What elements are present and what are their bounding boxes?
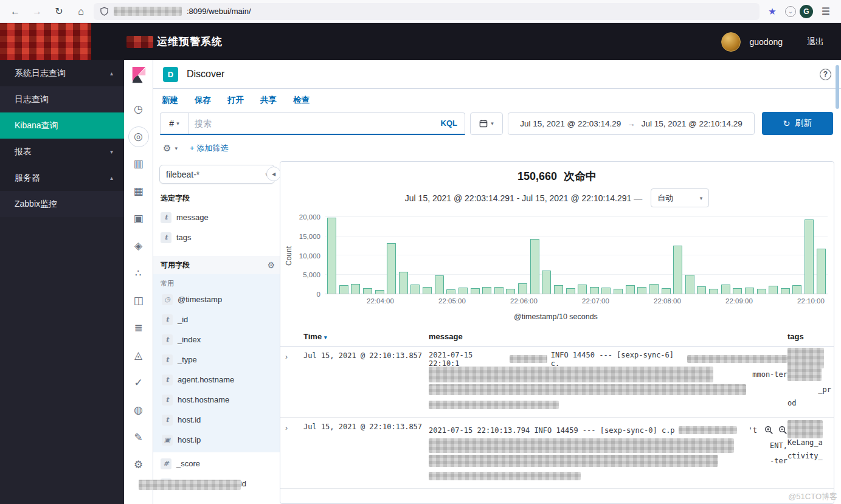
menu-link-2[interactable]: 打开 bbox=[227, 95, 244, 106]
profile-avatar[interactable]: G bbox=[800, 5, 813, 18]
refresh-button[interactable]: ↻ 刷新 bbox=[762, 112, 833, 135]
histogram-bar[interactable] bbox=[590, 287, 599, 294]
histogram-bar[interactable] bbox=[351, 284, 360, 294]
histogram-bar[interactable] bbox=[530, 239, 539, 294]
histogram-bar[interactable] bbox=[423, 287, 432, 294]
histogram-bar[interactable] bbox=[339, 285, 348, 294]
bookmark-star-icon[interactable]: ★ bbox=[763, 3, 781, 20]
interval-select[interactable]: 自动 ▾ bbox=[651, 188, 709, 207]
histogram-bar[interactable] bbox=[614, 289, 623, 294]
index-pattern-select[interactable]: filebeat-* ▾ bbox=[159, 165, 275, 184]
apm-icon[interactable]: ◬ bbox=[128, 342, 149, 369]
histogram-bar[interactable] bbox=[649, 284, 659, 294]
pocket-icon[interactable]: ⌄ bbox=[785, 6, 796, 17]
search-input[interactable] bbox=[189, 119, 434, 128]
histogram-bar[interactable] bbox=[459, 288, 468, 294]
dev-tools-icon[interactable]: ✎ bbox=[128, 424, 149, 451]
tracking-shield-icon[interactable] bbox=[100, 7, 109, 16]
logout-button[interactable]: 退出 bbox=[807, 36, 824, 47]
field-item-_type[interactable]: t_type bbox=[161, 350, 275, 370]
hamburger-menu-icon[interactable]: ☰ bbox=[817, 3, 835, 20]
histogram-bar[interactable] bbox=[637, 287, 646, 294]
kql-toggle[interactable]: KQL bbox=[434, 119, 465, 128]
column-time[interactable]: Time▾ bbox=[303, 332, 429, 341]
histogram-bar[interactable] bbox=[697, 286, 706, 294]
histogram-bar[interactable] bbox=[506, 289, 515, 294]
discover-icon[interactable]: ◎ bbox=[128, 123, 149, 150]
field-item-host.ip[interactable]: ▣host.ip bbox=[161, 430, 275, 450]
sort-desc-icon[interactable]: ▾ bbox=[324, 334, 327, 340]
histogram-bar[interactable] bbox=[757, 289, 766, 294]
field-item-_id[interactable]: t_id bbox=[161, 309, 275, 330]
histogram-bar[interactable] bbox=[566, 288, 575, 294]
sidebar-item-Kibana查询[interactable]: Kibana查询 bbox=[0, 112, 124, 139]
histogram-bar[interactable] bbox=[817, 249, 826, 294]
machine-learning-icon[interactable]: ∴ bbox=[128, 260, 149, 287]
histogram-bar[interactable] bbox=[709, 289, 718, 294]
siem-icon[interactable]: ◍ bbox=[128, 396, 149, 424]
field-item-host.hostname[interactable]: thost.hostname bbox=[161, 390, 275, 410]
home-icon[interactable]: ⌂ bbox=[72, 3, 90, 20]
histogram-bar[interactable] bbox=[805, 219, 814, 294]
histogram-bar[interactable] bbox=[769, 286, 778, 294]
histogram-bar[interactable] bbox=[554, 285, 563, 294]
saved-query-menu[interactable]: # ▾ bbox=[161, 113, 189, 134]
date-to[interactable]: Jul 15, 2021 @ 22:10:14.29 bbox=[642, 119, 742, 128]
recently-viewed-icon[interactable]: ◷ bbox=[128, 95, 149, 123]
histogram-bar[interactable] bbox=[327, 218, 336, 294]
expand-row-icon[interactable]: › bbox=[285, 423, 303, 483]
sidebar-item-系统日志查询[interactable]: 系统日志查询▴ bbox=[0, 60, 124, 86]
field-item-host.id[interactable]: thost.id bbox=[161, 410, 275, 430]
sidebar-item-Zabbix监控[interactable]: Zabbix监控 bbox=[0, 191, 124, 217]
sidebar-item-报表[interactable]: 报表▾ bbox=[0, 139, 124, 165]
field-item-message[interactable]: tmessage bbox=[159, 207, 275, 227]
histogram-bar[interactable] bbox=[733, 288, 742, 294]
reload-icon[interactable]: ↻ bbox=[50, 3, 68, 20]
histogram-bar[interactable] bbox=[601, 288, 611, 294]
column-tags[interactable]: tags bbox=[787, 332, 831, 341]
column-message[interactable]: message bbox=[429, 332, 787, 341]
field-item-_index[interactable]: t_index bbox=[161, 330, 275, 350]
collapse-panel-button[interactable]: ◀ bbox=[266, 167, 280, 181]
add-filter-link[interactable]: + 添加筛选 bbox=[190, 143, 228, 154]
field-item-@timestamp[interactable]: ◷@timestamp bbox=[161, 289, 275, 309]
histogram-bar[interactable] bbox=[471, 288, 480, 294]
menu-link-1[interactable]: 保存 bbox=[195, 95, 211, 106]
histogram-bar[interactable] bbox=[542, 271, 551, 294]
histogram-bar[interactable] bbox=[363, 288, 372, 294]
visualize-icon[interactable]: ▥ bbox=[128, 150, 149, 178]
histogram-bar[interactable] bbox=[446, 289, 455, 294]
histogram-bar[interactable] bbox=[578, 285, 587, 294]
histogram-bar[interactable] bbox=[494, 287, 504, 294]
histogram-bar[interactable] bbox=[662, 288, 671, 294]
histogram-bar[interactable] bbox=[518, 283, 527, 294]
menu-link-0[interactable]: 新建 bbox=[162, 95, 178, 106]
histogram-bar[interactable] bbox=[626, 285, 635, 294]
dashboard-icon[interactable]: ▦ bbox=[128, 178, 149, 205]
zoom-in-icon[interactable] bbox=[764, 426, 774, 435]
canvas-icon[interactable]: ▣ bbox=[128, 205, 149, 232]
field-item-agent.hostname[interactable]: tagent.hostname bbox=[161, 370, 275, 390]
username[interactable]: guodong bbox=[749, 37, 783, 47]
histogram-bar[interactable] bbox=[721, 285, 730, 294]
metrics-icon[interactable]: ◫ bbox=[128, 287, 149, 314]
logs-icon[interactable]: ≣ bbox=[128, 314, 149, 342]
histogram-bar[interactable] bbox=[745, 288, 754, 294]
date-picker-button[interactable]: ▾ bbox=[470, 112, 503, 135]
menu-link-3[interactable]: 共享 bbox=[260, 95, 277, 106]
url-bar[interactable]: :8099/webui/main/ bbox=[94, 3, 760, 20]
zoom-out-icon[interactable] bbox=[778, 426, 787, 435]
sidebar-item-服务器[interactable]: 服务器▴ bbox=[0, 165, 124, 191]
date-from[interactable]: Jul 15, 2021 @ 22:03:14.29 bbox=[520, 119, 621, 128]
histogram-bar[interactable] bbox=[399, 272, 408, 294]
gear-icon[interactable]: ⚙ bbox=[267, 260, 275, 270]
field-item-tags[interactable]: ttags bbox=[159, 227, 275, 247]
histogram-bar[interactable] bbox=[482, 287, 491, 294]
kibana-logo[interactable] bbox=[130, 65, 148, 85]
back-icon[interactable]: ← bbox=[6, 3, 24, 20]
management-icon[interactable]: ⚙ bbox=[128, 451, 149, 478]
histogram-bar[interactable] bbox=[410, 285, 420, 294]
histogram-bar[interactable] bbox=[435, 275, 444, 294]
histogram-bar[interactable] bbox=[387, 243, 396, 294]
user-avatar[interactable] bbox=[721, 32, 741, 52]
